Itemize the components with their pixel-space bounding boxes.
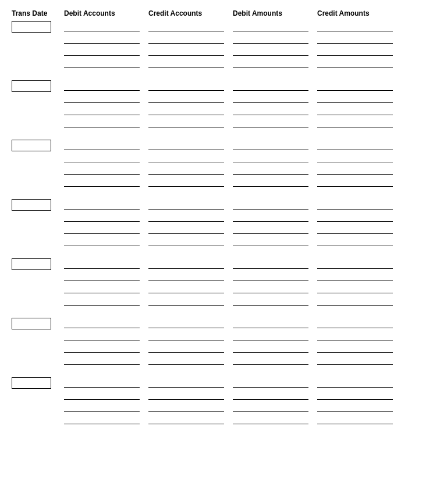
field-line[interactable] — [317, 140, 393, 150]
field-line[interactable] — [64, 45, 140, 56]
field-line[interactable] — [148, 199, 224, 210]
field-line[interactable] — [317, 80, 393, 91]
field-line[interactable] — [317, 342, 393, 353]
trans-date-input[interactable] — [12, 258, 51, 270]
field-line[interactable] — [148, 164, 224, 175]
field-line[interactable] — [317, 318, 393, 328]
trans-date-input[interactable] — [12, 21, 51, 33]
field-line[interactable] — [233, 176, 308, 187]
field-line[interactable] — [148, 223, 224, 234]
field-line[interactable] — [233, 33, 308, 44]
field-line[interactable] — [148, 236, 224, 246]
field-line[interactable] — [64, 105, 140, 115]
field-line[interactable] — [148, 152, 224, 162]
trans-date-input[interactable] — [12, 80, 51, 92]
field-line[interactable] — [317, 117, 393, 127]
field-line[interactable] — [64, 152, 140, 162]
field-line[interactable] — [233, 152, 308, 162]
field-line[interactable] — [233, 295, 308, 306]
field-line[interactable] — [233, 199, 308, 210]
field-line[interactable] — [64, 223, 140, 234]
field-line[interactable] — [64, 377, 140, 388]
field-line[interactable] — [233, 223, 308, 234]
field-line[interactable] — [148, 402, 224, 412]
field-line[interactable] — [317, 33, 393, 44]
field-line[interactable] — [317, 258, 393, 269]
field-line[interactable] — [148, 211, 224, 222]
field-line[interactable] — [148, 271, 224, 281]
field-line[interactable] — [64, 283, 140, 293]
field-line[interactable] — [317, 223, 393, 234]
trans-date-input[interactable] — [12, 318, 51, 329]
field-line[interactable] — [64, 58, 140, 68]
field-line[interactable] — [148, 354, 224, 365]
field-line[interactable] — [148, 33, 224, 44]
field-line[interactable] — [317, 105, 393, 115]
field-line[interactable] — [233, 377, 308, 388]
field-line[interactable] — [148, 414, 224, 424]
field-line[interactable] — [64, 176, 140, 187]
field-line[interactable] — [64, 199, 140, 210]
field-line[interactable] — [148, 140, 224, 150]
field-line[interactable] — [148, 377, 224, 388]
field-line[interactable] — [64, 164, 140, 175]
field-line[interactable] — [64, 117, 140, 127]
field-line[interactable] — [317, 283, 393, 293]
field-line[interactable] — [233, 389, 308, 400]
field-line[interactable] — [233, 283, 308, 293]
field-line[interactable] — [317, 45, 393, 56]
field-line[interactable] — [317, 93, 393, 103]
field-line[interactable] — [233, 236, 308, 246]
field-line[interactable] — [148, 389, 224, 400]
field-line[interactable] — [233, 414, 308, 424]
field-line[interactable] — [317, 152, 393, 162]
field-line[interactable] — [317, 176, 393, 187]
field-line[interactable] — [317, 414, 393, 424]
field-line[interactable] — [317, 330, 393, 340]
field-line[interactable] — [233, 140, 308, 150]
field-line[interactable] — [64, 93, 140, 103]
field-line[interactable] — [317, 21, 393, 31]
field-line[interactable] — [233, 354, 308, 365]
field-line[interactable] — [317, 211, 393, 222]
field-line[interactable] — [317, 236, 393, 246]
field-line[interactable] — [233, 258, 308, 269]
field-line[interactable] — [233, 402, 308, 412]
field-line[interactable] — [317, 354, 393, 365]
field-line[interactable] — [317, 389, 393, 400]
field-line[interactable] — [233, 164, 308, 175]
field-line[interactable] — [64, 211, 140, 222]
field-line[interactable] — [64, 21, 140, 31]
field-line[interactable] — [64, 295, 140, 306]
field-line[interactable] — [148, 80, 224, 91]
field-line[interactable] — [233, 45, 308, 56]
field-line[interactable] — [148, 105, 224, 115]
field-line[interactable] — [64, 80, 140, 91]
field-line[interactable] — [233, 58, 308, 68]
field-line[interactable] — [233, 117, 308, 127]
field-line[interactable] — [317, 271, 393, 281]
field-line[interactable] — [148, 21, 224, 31]
field-line[interactable] — [148, 93, 224, 103]
field-line[interactable] — [233, 93, 308, 103]
field-line[interactable] — [317, 295, 393, 306]
field-line[interactable] — [148, 58, 224, 68]
field-line[interactable] — [148, 45, 224, 56]
field-line[interactable] — [148, 330, 224, 340]
trans-date-input[interactable] — [12, 140, 51, 151]
field-line[interactable] — [317, 58, 393, 68]
field-line[interactable] — [233, 211, 308, 222]
trans-date-input[interactable] — [12, 377, 51, 389]
field-line[interactable] — [64, 330, 140, 340]
trans-date-input[interactable] — [12, 199, 51, 211]
field-line[interactable] — [233, 105, 308, 115]
field-line[interactable] — [233, 318, 308, 328]
field-line[interactable] — [64, 318, 140, 328]
field-line[interactable] — [148, 295, 224, 306]
field-line[interactable] — [148, 258, 224, 269]
field-line[interactable] — [233, 330, 308, 340]
field-line[interactable] — [64, 389, 140, 400]
field-line[interactable] — [233, 21, 308, 31]
field-line[interactable] — [317, 402, 393, 412]
field-line[interactable] — [233, 80, 308, 91]
